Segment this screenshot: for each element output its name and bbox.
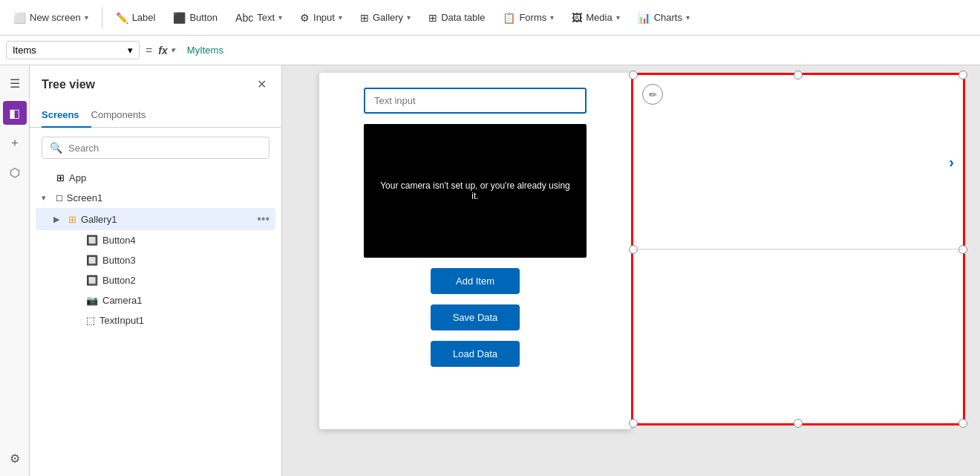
button4-expand-arrow [71,236,82,245]
new-screen-icon: ⬜ [13,12,26,24]
tree-item-gallery1[interactable]: ▶ ⊞ Gallery1 ••• [36,208,275,230]
app-canvas: Your camera isn't set up, or you're alre… [319,73,631,429]
tree-tabs: Screens Components [30,103,281,128]
tree-item-camera1[interactable]: 📷 Camera1 [36,290,275,310]
camera1-icon: 📷 [86,295,98,306]
button3-expand-arrow [71,256,82,265]
gallery-widget[interactable]: ✏ › [631,73,965,426]
tree-item-textinput1[interactable]: ⬚ TextInput1 [36,310,275,330]
button4-icon: 🔲 [86,235,98,246]
tree-item-app[interactable]: ⊞ App [36,168,275,188]
load-data-button[interactable]: Load Data [431,341,520,367]
fx-label: fx [158,45,167,56]
charts-icon: 📊 [638,12,650,24]
button2-label: Button2 [102,275,270,286]
dropdown-chevron: ▾ [128,45,133,56]
gallery-inner: ✏ › [633,75,963,423]
camera1-expand-arrow [71,296,82,305]
app-icon: ⊞ [56,172,65,183]
media-chevron: ▾ [616,13,620,22]
tree-close-button[interactable]: ✕ [254,74,270,94]
textinput1-label: TextInput1 [99,315,270,326]
toolbar-divider-1 [102,7,102,28]
main-layout: ☰ ◧ ＋ ⬡ ⚙ Tree view ✕ Screens Components… [0,65,980,476]
layers-icon[interactable]: ◧ [3,101,27,125]
label-button[interactable]: ✏️ Label [108,8,163,27]
charts-button[interactable]: 📊 Charts ▾ [630,8,697,27]
button3-label: Button3 [102,255,270,266]
gallery1-label: Gallery1 [81,214,252,225]
button2-icon: 🔲 [86,275,98,286]
textinput1-expand-arrow [71,316,82,325]
formula-value[interactable]: MyItems [181,45,229,56]
gallery1-icon: ⊞ [68,214,76,225]
gallery-label: Gallery [373,12,403,23]
gallery1-more-button[interactable]: ••• [257,212,270,226]
button2-expand-arrow [71,276,82,285]
textinput1-icon: ⬚ [86,315,95,326]
forms-button[interactable]: 📋 Forms ▾ [495,8,561,27]
fx-button[interactable]: fx ▾ [158,45,174,56]
tree-item-button4[interactable]: 🔲 Button4 [36,230,275,250]
input-chevron: ▾ [339,13,342,22]
items-dropdown[interactable]: Items ▾ [6,41,140,59]
input-button[interactable]: ⚙ Input ▾ [293,8,350,27]
new-screen-label: New screen [30,12,81,23]
add-item-button[interactable]: Add Item [431,268,520,294]
media-button[interactable]: 🖼 Media ▾ [564,8,627,27]
forms-label: Forms [519,12,546,23]
button4-label: Button4 [102,235,270,246]
button-button[interactable]: ⬛ Button [166,8,225,27]
forms-icon: 📋 [503,12,515,24]
gallery-edit-icon[interactable]: ✏ [642,84,663,105]
charts-label: Charts [654,12,682,23]
tab-components[interactable]: Components [91,103,158,128]
gallery-chevron: ▾ [407,13,411,22]
formula-bar: Items ▾ = fx ▾ MyItems [0,36,980,65]
tools-icon[interactable]: ⚙ [3,446,27,470]
gallery-row-bottom [633,250,963,424]
app-label: App [69,172,270,183]
tab-screens[interactable]: Screens [42,103,91,128]
camera-widget: Your camera isn't set up, or you're alre… [364,124,587,258]
left-icon-sidebar: ☰ ◧ ＋ ⬡ ⚙ [0,65,30,476]
text-input-widget[interactable] [364,88,587,114]
button-icon: ⬛ [173,12,186,24]
data-table-button[interactable]: ⊞ Data table [421,8,492,27]
save-data-button[interactable]: Save Data [431,304,520,330]
tree-item-button3[interactable]: 🔲 Button3 [36,250,275,270]
new-screen-chevron: ▾ [85,13,88,22]
gallery-next-icon[interactable]: › [949,153,954,170]
text-chevron: ▾ [278,13,282,22]
fx-chevron: ▾ [171,45,175,55]
text-icon: Abc [235,12,253,24]
button-label: Button [189,12,218,23]
plus-icon[interactable]: ＋ [3,131,27,154]
screen1-label: Screen1 [67,192,270,203]
screen1-expand-arrow: ▾ [42,193,52,203]
new-screen-button[interactable]: ⬜ New screen ▾ [6,8,96,27]
screen1-icon: □ [56,192,62,203]
button3-icon: 🔲 [86,255,98,266]
tree-search-box[interactable]: 🔍 [42,137,270,159]
gallery-icon: ⊞ [360,12,369,24]
tree-item-button2[interactable]: 🔲 Button2 [36,270,275,290]
tree-item-screen1[interactable]: ▾ □ Screen1 [36,188,275,208]
charts-chevron: ▾ [686,13,690,22]
main-toolbar: ⬜ New screen ▾ ✏️ Label ⬛ Button Abc Tex… [0,0,980,36]
input-label: Input [313,12,335,23]
forms-chevron: ▾ [550,13,554,22]
gallery-button[interactable]: ⊞ Gallery ▾ [353,8,418,27]
search-input[interactable] [68,143,261,154]
label-icon: ✏️ [116,12,128,24]
canvas-area: Your camera isn't set up, or you're alre… [282,65,980,476]
tree-view-title: Tree view [42,78,95,91]
tree-items-list: ⊞ App ▾ □ Screen1 ▶ ⊞ Gallery1 ••• 🔲 But… [30,168,281,476]
media-icon: 🖼 [572,12,582,24]
data-table-label: Data table [441,12,485,23]
data-icon[interactable]: ⬡ [3,160,27,184]
hamburger-menu-icon[interactable]: ☰ [3,71,27,95]
label-label: Label [132,12,156,23]
text-button[interactable]: Abc Text ▾ [228,8,290,27]
text-label: Text [257,12,275,23]
